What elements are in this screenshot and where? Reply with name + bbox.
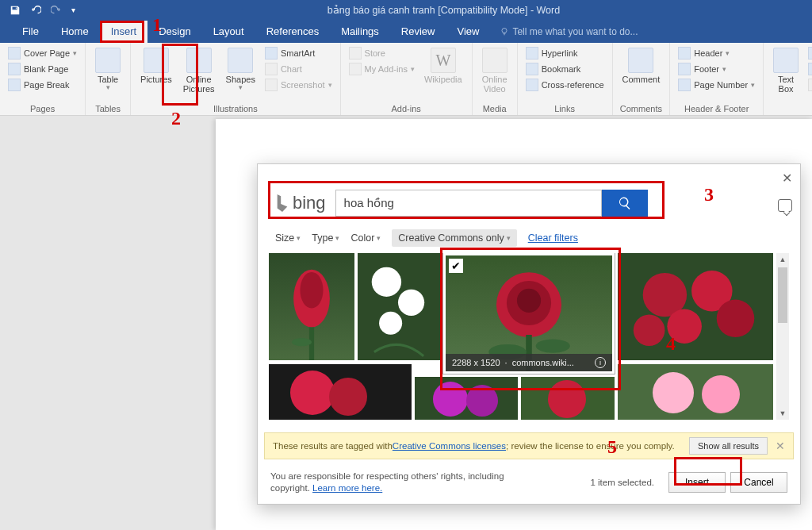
tab-view[interactable]: View <box>446 21 490 43</box>
selection-caption: 2288 x 1520 · commons.wiki... i <box>446 354 612 371</box>
clear-filters-link[interactable]: Clear filters <box>528 232 578 244</box>
tab-file[interactable]: File <box>11 21 50 43</box>
dialog-footer: You are responsible for respecting other… <box>270 470 787 494</box>
feedback-icon[interactable] <box>778 199 792 212</box>
filter-size[interactable]: Size▾ <box>275 232 301 244</box>
online-pictures-button[interactable]: Online Pictures <box>180 46 218 95</box>
result-thumb-selected[interactable]: ✔ 2288 x 1520 · commons.wiki... i <box>443 253 615 374</box>
cross-reference-button[interactable]: Cross-reference <box>524 78 606 92</box>
group-label-illustrations: Illustrations <box>137 102 333 113</box>
tab-mailings[interactable]: Mailings <box>330 21 390 43</box>
tab-layout[interactable]: Layout <box>202 21 255 43</box>
insert-button[interactable]: Insert <box>668 472 726 493</box>
smartart-icon <box>265 47 278 60</box>
result-thumb[interactable] <box>358 253 440 360</box>
svg-point-0 <box>502 29 507 33</box>
tab-home[interactable]: Home <box>50 21 100 43</box>
textbox-button[interactable]: Text Box <box>770 46 802 95</box>
result-thumb[interactable] <box>521 377 615 420</box>
shapes-button[interactable]: Shapes▾ <box>223 46 259 94</box>
dropcap-button[interactable]: Drop Cap <box>806 78 812 92</box>
svg-point-14 <box>717 300 755 338</box>
dropcap-icon <box>808 79 812 91</box>
scroll-down-icon[interactable]: ▼ <box>776 407 789 420</box>
svg-point-20 <box>466 385 498 417</box>
tab-references[interactable]: References <box>255 21 330 43</box>
redo-icon[interactable] <box>51 5 62 16</box>
tell-me-box[interactable]: Tell me what you want to do... <box>500 26 638 43</box>
wikipedia-button[interactable]: WWikipedia <box>421 46 465 86</box>
group-addins: Store My Add-ins ▾ WWikipedia Add-ins <box>341 43 473 115</box>
group-label-pages: Pages <box>6 102 79 113</box>
filter-bar: Size▾ Type▾ Color▾ Creative Commons only… <box>275 229 578 247</box>
table-button[interactable]: Table▾ <box>92 46 124 94</box>
group-pages: Cover Page ▾ Blank Page Page Break Pages <box>0 43 86 115</box>
search-input[interactable] <box>335 190 602 217</box>
info-icon[interactable]: i <box>595 357 606 368</box>
pictures-button[interactable]: Pictures <box>137 46 175 86</box>
show-all-results-button[interactable]: Show all results <box>689 437 768 455</box>
group-header-footer: Header ▾ Footer ▾ Page Number ▾ Header &… <box>670 43 764 115</box>
svg-point-17 <box>290 371 335 415</box>
undo-icon[interactable] <box>30 5 41 16</box>
page-break-icon <box>8 79 21 91</box>
wordart-button[interactable]: WordArt <box>806 62 812 76</box>
result-thumb[interactable] <box>618 364 773 420</box>
search-button[interactable] <box>602 190 648 217</box>
page-break-button[interactable]: Page Break <box>6 78 79 92</box>
save-icon[interactable] <box>10 5 21 16</box>
result-thumb[interactable] <box>618 253 773 360</box>
footer-button[interactable]: Footer ▾ <box>676 62 756 76</box>
ribbon: Cover Page ▾ Blank Page Page Break Pages… <box>0 43 812 116</box>
store-icon <box>349 47 362 60</box>
svg-point-23 <box>702 375 740 413</box>
search-icon <box>618 196 632 210</box>
result-thumb[interactable] <box>269 253 354 360</box>
group-text: Text Box Quick Par WordArt Drop Cap <box>764 43 812 115</box>
hyperlink-button[interactable]: Hyperlink <box>524 46 606 60</box>
tell-me-placeholder: Tell me what you want to do... <box>512 26 638 37</box>
pictures-icon <box>144 48 169 73</box>
window-title: bảng báo giá canh tranh [Compatibility M… <box>75 4 812 16</box>
bookmark-icon <box>526 63 538 75</box>
bookmark-button[interactable]: Bookmark <box>524 62 606 76</box>
shapes-icon <box>228 48 253 73</box>
scroll-up-icon[interactable]: ▲ <box>776 253 789 266</box>
quickparts-icon <box>808 47 812 60</box>
filter-type[interactable]: Type▾ <box>312 232 339 244</box>
cc-license-link[interactable]: Creative Commons licenses <box>393 441 506 451</box>
close-icon[interactable]: ✕ <box>782 171 792 186</box>
tab-design[interactable]: Design <box>147 21 201 43</box>
online-video-button[interactable]: Online Video <box>479 46 511 95</box>
scroll-thumb[interactable] <box>778 267 787 323</box>
blank-page-button[interactable]: Blank Page <box>6 62 79 76</box>
cover-page-button[interactable]: Cover Page ▾ <box>6 46 79 60</box>
header-button[interactable]: Header ▾ <box>676 46 756 60</box>
learn-more-link[interactable]: Learn more here. <box>312 483 382 493</box>
tab-insert[interactable]: Insert <box>100 21 148 43</box>
filter-color[interactable]: Color▾ <box>350 232 381 244</box>
store-button[interactable]: Store <box>347 46 416 60</box>
tab-review[interactable]: Review <box>390 21 446 43</box>
cancel-button[interactable]: Cancel <box>730 472 787 493</box>
group-media: Online Video Media <box>473 43 518 115</box>
filter-cc[interactable]: Creative Commons only▾ <box>392 229 516 247</box>
result-thumb[interactable] <box>415 377 518 420</box>
title-bar: ▾ bảng báo giá canh tranh [Compatibility… <box>0 0 812 20</box>
smartart-button[interactable]: SmartArt <box>263 46 334 60</box>
results-scrollbar[interactable]: ▲ ▼ <box>776 253 789 420</box>
svg-point-18 <box>329 378 367 416</box>
result-thumb[interactable] <box>269 364 412 420</box>
page-number-button[interactable]: Page Number ▾ <box>676 78 756 92</box>
quick-parts-button[interactable]: Quick Par <box>806 46 812 60</box>
dismiss-bar-icon[interactable]: ✕ <box>776 440 785 452</box>
quick-access-toolbar: ▾ <box>0 5 75 16</box>
header-icon <box>678 47 691 60</box>
comment-button[interactable]: Comment <box>619 46 664 86</box>
group-label-media: Media <box>479 102 511 113</box>
selected-check-icon[interactable]: ✔ <box>449 259 463 273</box>
svg-point-4 <box>372 267 401 297</box>
pagenum-icon <box>678 79 691 91</box>
group-label-tables: Tables <box>92 102 124 113</box>
my-addins-button[interactable]: My Add-ins ▾ <box>347 62 416 76</box>
